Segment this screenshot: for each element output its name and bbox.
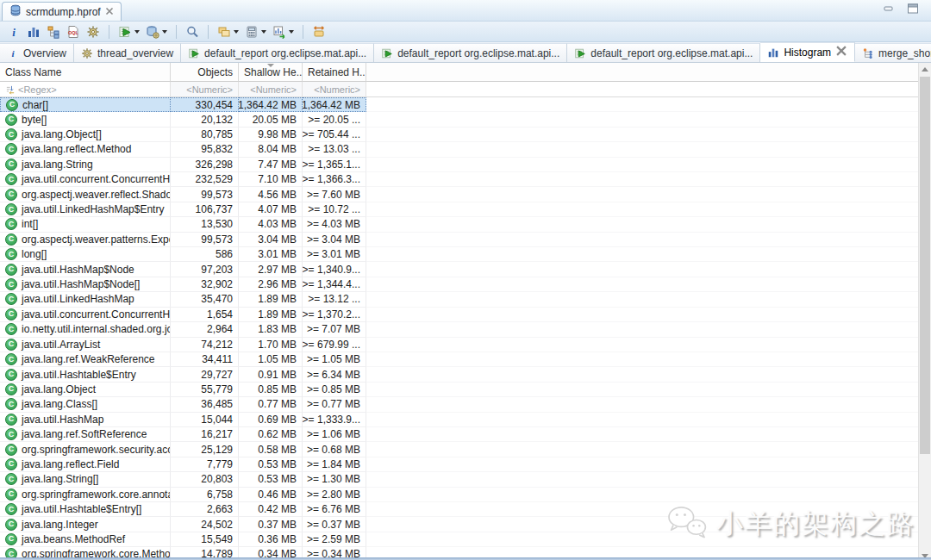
objects-cell: 29,727 — [171, 367, 239, 382]
tab-default-report-2[interactable]: default_report org.eclipse.mat.api... — [374, 43, 567, 62]
class-name-text: java.lang.reflect.Method — [22, 143, 131, 155]
table-row[interactable]: Cjava.lang.Object55,7790.85 MB>= 0.85 MB — [0, 383, 931, 397]
shallow-heap-cell: 0.53 MB — [239, 457, 303, 472]
table-row[interactable]: Cjava.lang.Class[]36,4850.77 MB>= 0.77 M… — [0, 397, 931, 412]
class-name-cell: Cjava.lang.Class[] — [0, 397, 171, 412]
table-row[interactable]: Cjava.util.ArrayList74,2121.70 MB>= 679.… — [0, 338, 931, 352]
tab-default-report-3[interactable]: default_report org.eclipse.mat.api... — [567, 43, 760, 62]
class-name-text: java.lang.ref.SoftReference — [22, 428, 147, 440]
column-header-class-name[interactable]: Class Name — [0, 63, 171, 82]
table-row[interactable]: Clong[]5863.01 MB>= 3.01 MB — [0, 247, 931, 262]
table-row[interactable]: Cjava.util.HashMap$Node97,2032.97 MB>= 1… — [0, 262, 931, 277]
retained-heap-cell: >= 7.60 MB — [303, 187, 366, 202]
class-icon: C — [5, 159, 17, 171]
row-filler — [366, 442, 931, 457]
table-row[interactable]: Corg.springframework.core.annota...6,758… — [0, 488, 931, 502]
table-row[interactable]: Cjava.lang.String326,2987.47 MB>= 1,365.… — [0, 158, 931, 172]
search-icon — [185, 25, 199, 39]
scroll-up-icon[interactable] — [919, 63, 931, 76]
close-icon[interactable] — [835, 45, 847, 59]
tab-histogram[interactable]: Histogram — [760, 42, 855, 62]
column-header-label: Objects — [197, 66, 233, 78]
table-row[interactable]: Corg.springframework.security.acc...25,1… — [0, 442, 931, 457]
table-row[interactable]: Cjava.lang.String[]20,8030.53 MB>= 1.30 … — [0, 472, 931, 487]
column-header-retained-heap[interactable]: Retained H... — [303, 63, 366, 82]
export-button[interactable] — [271, 23, 296, 40]
scrollbar-thumb[interactable] — [920, 77, 930, 454]
filter-icon — [5, 84, 16, 95]
class-icon: C — [5, 428, 17, 440]
table-row[interactable]: Cjava.lang.Integer24,5020.37 MB>= 0.37 M… — [0, 517, 931, 532]
class-name-cell: Corg.springframework.security.acc... — [0, 442, 171, 457]
table-row[interactable]: Cjava.beans.MethodRef15,5490.36 MB>= 2.5… — [0, 532, 931, 547]
editor-tab-scrmdump-hprof[interactable]: scrmdump.hprof — [2, 2, 122, 21]
table-row[interactable]: Cjava.util.HashMap$Node[]32,9022.96 MB>=… — [0, 277, 931, 292]
table-row[interactable]: Cjava.util.Hashtable$Entry29,7270.91 MB>… — [0, 367, 931, 382]
table-row[interactable]: Cio.netty.util.internal.shaded.org.jct..… — [0, 322, 931, 337]
search-button[interactable] — [184, 23, 201, 40]
column-header-shallow-heap[interactable]: Shallow He... — [239, 63, 303, 82]
compare-button[interactable] — [310, 23, 328, 40]
vertical-scrollbar[interactable] — [918, 63, 931, 560]
tab-overview[interactable]: iOverview — [0, 43, 74, 62]
row-filler — [366, 277, 931, 292]
chevron-down-icon[interactable] — [289, 30, 294, 34]
run-report-button[interactable] — [116, 23, 141, 40]
tab-merge-shortest-paths[interactable]: merge_shortest_paths [selection of ... — [855, 43, 931, 62]
table-row[interactable]: Cjava.lang.Object[]80,7859.98 MB>= 705.4… — [0, 128, 931, 142]
dominator-tree-button[interactable] — [45, 23, 62, 40]
heap-dump-file-icon — [9, 4, 22, 19]
chevron-down-icon[interactable] — [162, 30, 167, 34]
column-header-objects[interactable]: Objects — [171, 63, 239, 82]
shallow-heap-cell: 4.07 MB — [239, 202, 303, 217]
tab-default-report-1[interactable]: default_report org.eclipse.mat.api... — [181, 43, 374, 62]
info-button[interactable]: i — [5, 23, 22, 40]
table-row[interactable]: Cbyte[]20,13220.05 MB>= 20.05 ... — [0, 112, 931, 127]
shallow-heap-cell: 1.70 MB — [239, 338, 303, 352]
chevron-down-icon[interactable] — [134, 30, 140, 34]
maximize-view-icon[interactable] — [907, 3, 919, 14]
class-icon: C — [5, 414, 17, 426]
filter-retained-heap[interactable]: <Numeric> — [303, 82, 366, 97]
heap-dump-button[interactable] — [144, 23, 169, 40]
grouping-button[interactable] — [216, 23, 241, 40]
objects-cell: 1,654 — [171, 308, 239, 322]
objects-cell: 74,212 — [171, 338, 239, 352]
retained-heap-cell: >= 1,340.9... — [303, 262, 366, 277]
table-row[interactable]: Cjava.lang.ref.WeakReference34,4111.05 M… — [0, 352, 931, 367]
close-icon[interactable] — [105, 6, 114, 18]
table-row[interactable]: Cjava.util.concurrent.ConcurrentHas...1,… — [0, 308, 931, 322]
class-icon: C — [5, 473, 17, 485]
class-name-cell: Cjava.util.Hashtable$Entry[] — [0, 502, 171, 517]
table-row[interactable]: Cjava.util.HashMap15,0440.69 MB>= 1,333.… — [0, 413, 931, 427]
table-row[interactable]: Corg.aspectj.weaver.patterns.Expo...99,5… — [0, 233, 931, 247]
tab-thread-overview[interactable]: thread_overview — [74, 43, 181, 62]
filter-class-name[interactable]: <Regex> — [0, 82, 171, 97]
class-icon: C — [5, 398, 17, 410]
retained-heap-cell: >= 1,365.1... — [303, 158, 366, 172]
table-row[interactable]: Cint[]13,5304.03 MB>= 4.03 MB — [0, 217, 931, 232]
table-row[interactable]: Cjava.lang.reflect.Field7,7790.53 MB>= 1… — [0, 457, 931, 472]
result-tab-bar: iOverviewthread_overviewdefault_report o… — [0, 42, 931, 63]
filter-placeholder: <Numeric> — [186, 84, 233, 95]
calculator-button[interactable] — [243, 23, 268, 40]
minimize-view-icon[interactable] — [883, 3, 895, 14]
shallow-heap-cell: 1,364.42 MB — [239, 97, 303, 112]
table-row[interactable]: Corg.aspectj.weaver.reflect.Shadow...99,… — [0, 187, 931, 202]
histogram-button[interactable] — [25, 23, 42, 40]
table-row[interactable]: Cjava.util.LinkedHashMap35,4701.89 MB>= … — [0, 292, 931, 307]
table-row[interactable]: Cchar[]330,4541,364.42 MB1,364.42 MB — [0, 97, 931, 112]
class-name-text: java.lang.Object[] — [22, 128, 102, 140]
expert-report-button[interactable] — [84, 23, 102, 40]
table-row[interactable]: Cjava.lang.reflect.Method95,8328.04 MB>=… — [0, 142, 931, 157]
oql-button[interactable]: OQL — [65, 23, 82, 40]
table-row[interactable]: Cjava.util.concurrent.ConcurrentHas...23… — [0, 172, 931, 187]
filter-shallow-heap[interactable]: <Numeric> — [239, 82, 303, 97]
table-row[interactable]: Cjava.util.Hashtable$Entry[]2,6630.42 MB… — [0, 502, 931, 517]
table-row[interactable]: Cjava.util.LinkedHashMap$Entry106,7374.0… — [0, 202, 931, 217]
table-row[interactable]: Cjava.lang.ref.SoftReference16,2170.62 M… — [0, 427, 931, 442]
filter-objects[interactable]: <Numeric> — [171, 82, 239, 97]
chevron-down-icon[interactable] — [234, 30, 239, 34]
chevron-down-icon[interactable] — [261, 30, 266, 34]
histogram-icon — [27, 25, 41, 39]
